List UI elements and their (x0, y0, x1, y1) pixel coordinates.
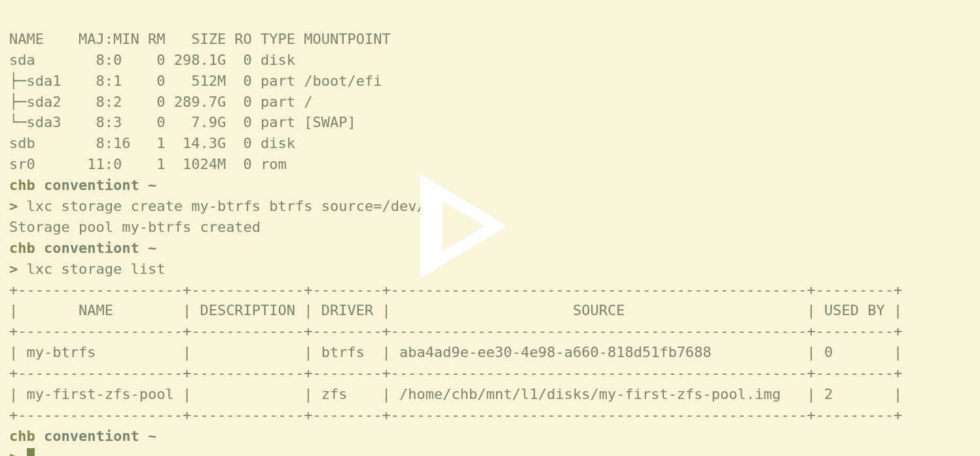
lsblk-row: ├─sda2 8:2 0 289.7G 0 part / (9, 94, 313, 110)
prompt-line[interactable]: > (9, 449, 35, 456)
prompt-symbol: > (9, 449, 18, 456)
lsblk-row: sda 8:0 0 298.1G 0 disk (9, 52, 304, 68)
prompt-cwd: ~ (148, 240, 156, 256)
prompt-user: chb (9, 240, 35, 256)
table-border: +-------------------+-------------+-----… (9, 407, 902, 423)
command-output: Storage pool my-btrfs created (9, 219, 261, 235)
lsblk-row: sr0 11:0 1 1024M 0 rom (9, 156, 304, 172)
prompt-line: chb conventiont ~ (9, 177, 156, 193)
table-row: | my-first-zfs-pool | | zfs | /home/chb/… (9, 386, 902, 402)
table-header: | NAME | DESCRIPTION | DRIVER | SOURCE |… (9, 302, 902, 318)
table-border: +-------------------+-------------+-----… (9, 365, 902, 381)
command-text: lxc storage list (27, 261, 166, 277)
prompt-host: conventiont (44, 240, 139, 256)
lsblk-header: NAME MAJ:MIN RM SIZE RO TYPE MOUNTPOINT (9, 31, 391, 47)
prompt-user: chb (9, 177, 35, 193)
table-row: | my-btrfs | | btrfs | aba4ad9e-ee30-4e9… (9, 344, 902, 360)
prompt-symbol: > (9, 261, 18, 277)
table-border: +-------------------+-------------+-----… (9, 282, 902, 298)
prompt-line: chb conventiont ~ (9, 240, 156, 256)
lsblk-row: sdb 8:16 1 14.3G 0 disk (9, 135, 304, 151)
command-line: > lxc storage create my-btrfs btrfs sour… (9, 198, 452, 214)
prompt-host: conventiont (44, 428, 139, 444)
prompt-host: conventiont (44, 177, 139, 193)
prompt-symbol: > (9, 198, 18, 214)
prompt-cwd: ~ (148, 428, 156, 444)
lsblk-row: └─sda3 8:3 0 7.9G 0 part [SWAP] (9, 114, 356, 130)
prompt-line: chb conventiont ~ (9, 428, 156, 444)
terminal-output[interactable]: NAME MAJ:MIN RM SIZE RO TYPE MOUNTPOINT … (0, 0, 980, 456)
cursor-block (27, 448, 35, 456)
lsblk-row: ├─sda1 8:1 0 512M 0 part /boot/efi (9, 73, 382, 89)
command-line: > lxc storage list (9, 261, 165, 277)
prompt-cwd: ~ (148, 177, 156, 193)
table-border: +-------------------+-------------+-----… (9, 323, 902, 339)
command-text: lxc storage create my-btrfs btrfs source… (27, 198, 452, 214)
prompt-user: chb (9, 428, 35, 444)
